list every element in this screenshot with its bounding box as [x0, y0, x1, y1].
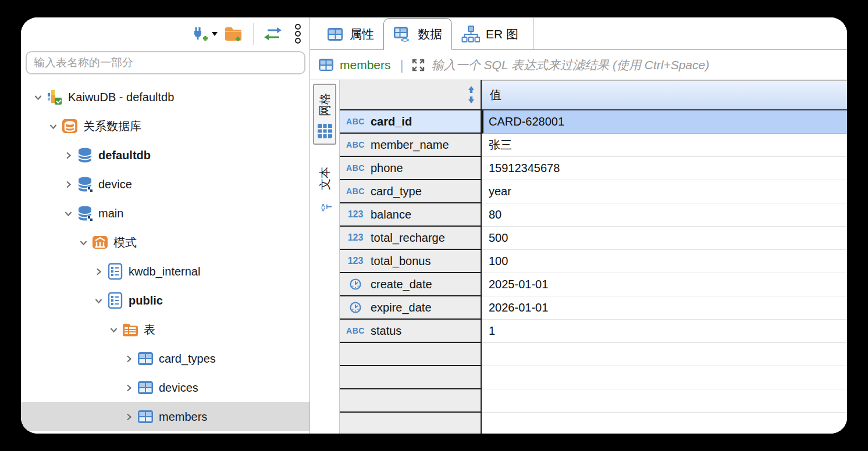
datetime-type-icon [346, 278, 365, 291]
row-header-empty[interactable] [340, 413, 482, 434]
row-header-balance[interactable]: 123balance [340, 203, 482, 227]
cell-value-expire_date[interactable]: 2026-01-01 [482, 296, 847, 320]
cell-value-total_recharge[interactable]: 500 [482, 227, 847, 250]
cell-value-empty[interactable] [482, 389, 847, 413]
column-name: member_name [371, 138, 449, 152]
tab-属性[interactable]: 属性 [317, 19, 383, 49]
table-blue [136, 407, 155, 426]
tree-item-device[interactable]: device [21, 170, 310, 199]
tree-item-label: main [98, 207, 123, 220]
grid-row-card_id: ABCcard_idCARD-628001 [340, 110, 847, 134]
results-toolbar: members | 输入一个 SQL 表达式来过滤结果 (使用 Ctrl+Spa… [310, 50, 847, 80]
sort-arrows-icon[interactable] [467, 85, 476, 104]
row-header-status[interactable]: ABCstatus [340, 320, 482, 343]
row-header-phone[interactable]: ABCphone [340, 157, 482, 180]
expanded-chevron-icon[interactable] [30, 93, 45, 102]
grid-row-phone: ABCphone15912345678 [340, 157, 847, 180]
cell-value-empty[interactable] [482, 413, 847, 434]
cell-value-empty[interactable] [482, 343, 847, 366]
row-header-create_date[interactable]: create_date [340, 273, 482, 296]
collapsed-chevron-icon[interactable] [61, 151, 76, 160]
column-name: card_type [371, 185, 422, 198]
cell-value-empty[interactable] [482, 366, 847, 389]
db-orange [61, 117, 79, 135]
cell-value-card_id[interactable]: CARD-628001 [482, 110, 847, 134]
grid-row-total_bonus: 123total_bonus100 [340, 250, 847, 273]
grid-row-card_type: ABCcard_typeyear [340, 180, 847, 203]
expanded-chevron-icon[interactable] [61, 209, 76, 218]
tree-item-kwdb-internal[interactable]: kwdb_internal [21, 257, 310, 286]
kebab-menu-icon [293, 23, 303, 44]
tree-item--[interactable]: 模式 [21, 228, 310, 257]
tab-ER-图[interactable]: ER 图 [452, 19, 528, 49]
expand-panel-icon[interactable] [411, 58, 426, 73]
new-connection-button[interactable] [190, 24, 218, 44]
collapsed-chevron-icon[interactable] [91, 267, 106, 276]
toolbar-pipe-separator: | [400, 57, 404, 73]
result-grid: 值 ABCcard_idCARD-628001ABCmember_name张三A… [339, 80, 847, 434]
row-header-empty[interactable] [340, 366, 482, 389]
table-blue [136, 349, 155, 368]
row-header-empty[interactable] [340, 343, 482, 366]
tree-item-devices[interactable]: devices [21, 373, 310, 402]
tab-数据[interactable]: <> 数据 [383, 18, 452, 50]
db-blue-sync [76, 175, 94, 194]
row-header-total_recharge[interactable]: 123total_recharge [340, 227, 482, 250]
row-header-expire_date[interactable]: expire_date [340, 296, 482, 320]
new-folder-button[interactable] [223, 24, 244, 44]
cell-value-phone[interactable]: 15912345678 [482, 157, 847, 180]
row-header-total_bonus[interactable]: 123total_bonus [340, 250, 482, 273]
cell-value-balance[interactable]: 80 [482, 203, 847, 227]
expanded-chevron-icon[interactable] [45, 122, 61, 131]
cell-value-card_type[interactable]: year [482, 180, 847, 203]
tree-item-label: KaiwuDB - defaultdb [68, 91, 174, 104]
tree-item-public[interactable]: public [21, 286, 310, 315]
grid-corner-cell[interactable] [340, 80, 482, 110]
column-name: total_recharge [371, 231, 445, 245]
sql-filter-input[interactable]: 输入一个 SQL 表达式来过滤结果 (使用 Ctrl+Space) [432, 57, 709, 73]
cell-value-create_date[interactable]: 2025-01-01 [482, 273, 847, 296]
grid-view-label: 网格 [317, 93, 333, 116]
connection-dropdown-arrow[interactable] [211, 31, 218, 37]
link-with-editor-button[interactable] [263, 25, 283, 42]
collapsed-chevron-icon[interactable] [121, 384, 136, 392]
row-header-member_name[interactable]: ABCmember_name [340, 134, 482, 157]
collapsed-chevron-icon[interactable] [61, 180, 76, 189]
tree-item-main[interactable]: main [21, 199, 310, 228]
link-with-editor-icon [263, 25, 283, 42]
row-header-empty[interactable] [340, 389, 482, 413]
column-name: phone [371, 162, 403, 175]
row-header-card_id[interactable]: ABCcard_id [340, 110, 482, 134]
text-view-icon: <> T [317, 197, 333, 213]
cell-value-member_name[interactable]: 张三 [482, 134, 847, 157]
table-blue [136, 378, 155, 397]
result-table-name[interactable]: members [340, 58, 391, 72]
tree-item-kaiwudb-defaultdb[interactable]: KaiwuDB - defaultdb [21, 83, 310, 112]
tree-item-label: members [159, 410, 207, 424]
collapsed-chevron-icon[interactable] [121, 413, 136, 421]
tree-item-card-types[interactable]: card_types [21, 344, 310, 373]
column-name: total_bonus [371, 255, 431, 268]
tree-item--[interactable]: 表 [21, 315, 310, 344]
er-diagram-tab-icon [461, 26, 480, 43]
expanded-chevron-icon[interactable] [76, 238, 91, 247]
tree-item--[interactable]: 关系数据库 [21, 112, 310, 141]
column-name: balance [371, 208, 411, 221]
value-column-header[interactable]: 值 [482, 80, 847, 110]
table-icon [318, 57, 334, 73]
cell-value-status[interactable]: 1 [482, 320, 847, 343]
text-view-label: 文本 [317, 167, 333, 190]
table-search-input[interactable] [26, 51, 305, 74]
collapsed-chevron-icon[interactable] [121, 355, 136, 363]
tree-item-members[interactable]: members [21, 402, 310, 431]
expanded-chevron-icon[interactable] [106, 325, 121, 334]
cell-value-total_bonus[interactable]: 100 [482, 250, 847, 273]
row-header-card_type[interactable]: ABCcard_type [340, 180, 482, 203]
tree-item-defaultdb[interactable]: defaultdb [21, 141, 310, 170]
column-name: create_date [371, 278, 432, 291]
expanded-chevron-icon[interactable] [91, 296, 106, 305]
tabbar-separator [533, 18, 534, 49]
kebab-menu-button[interactable] [293, 23, 303, 44]
view-tab-text[interactable]: 文本 <> T [313, 161, 336, 216]
view-tab-grid[interactable]: 网格 [313, 84, 336, 145]
